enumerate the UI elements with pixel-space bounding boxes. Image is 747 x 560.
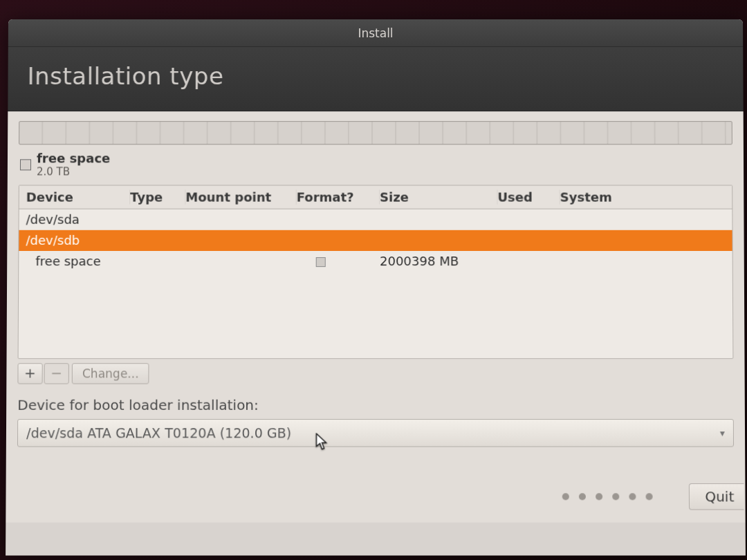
col-device: Device <box>26 189 130 204</box>
bootloader-value: /dev/sda ATA GALAX T0120A (120.0 GB) <box>26 425 291 440</box>
progress-dot <box>612 493 619 500</box>
progress-dots <box>562 493 653 500</box>
page-title: Installation type <box>28 62 724 90</box>
quit-button[interactable]: Quit <box>689 483 744 510</box>
remove-partition-button[interactable]: − <box>44 363 69 384</box>
col-mount: Mount point <box>185 189 296 204</box>
partition-toolbar: + − Change... <box>17 363 733 384</box>
legend-size: 2.0 TB <box>37 166 110 178</box>
table-row[interactable]: /dev/sda <box>19 209 732 230</box>
body-section: free space 2.0 TB Device Type Mount poin… <box>6 111 745 523</box>
cell-device: /dev/sda <box>26 212 130 227</box>
format-checkbox[interactable] <box>316 257 326 267</box>
change-partition-button[interactable]: Change... <box>72 363 149 384</box>
cell-format <box>297 254 380 268</box>
cell-device: free space <box>26 254 130 268</box>
col-type: Type <box>130 189 185 204</box>
window-titlebar: Install <box>8 19 743 47</box>
col-format: Format? <box>297 189 380 204</box>
cell-device: /dev/sdb <box>26 233 130 248</box>
window-title: Install <box>358 26 393 39</box>
progress-dot <box>579 493 586 500</box>
table-row[interactable]: free space 2000398 MB <box>19 251 732 272</box>
bootloader-device-select[interactable]: /dev/sda ATA GALAX T0120A (120.0 GB) ▾ <box>17 419 734 447</box>
progress-dot <box>596 493 602 500</box>
col-used: Used <box>497 189 560 204</box>
col-size: Size <box>380 189 497 204</box>
partition-table[interactable]: Device Type Mount point Format? Size Use… <box>18 185 734 359</box>
partition-usage-bar[interactable] <box>19 121 732 144</box>
chevron-down-icon: ▾ <box>720 427 725 438</box>
cell-size: 2000398 MB <box>380 254 498 268</box>
header-section: Installation type <box>8 47 743 111</box>
partition-legend: free space 2.0 TB <box>19 149 732 185</box>
legend-swatch-free <box>20 159 31 170</box>
progress-dot <box>646 493 653 500</box>
add-partition-button[interactable]: + <box>17 363 42 384</box>
installer-window: Install Installation type free space 2.0… <box>6 19 746 556</box>
bootloader-label: Device for boot loader installation: <box>17 397 734 413</box>
col-system: System <box>560 189 726 204</box>
progress-dot <box>562 493 569 500</box>
progress-dot <box>629 493 636 500</box>
footer-row: Quit <box>562 483 746 510</box>
legend-name: free space <box>37 151 110 166</box>
table-header: Device Type Mount point Format? Size Use… <box>19 185 732 209</box>
table-row[interactable]: /dev/sdb <box>19 230 732 251</box>
